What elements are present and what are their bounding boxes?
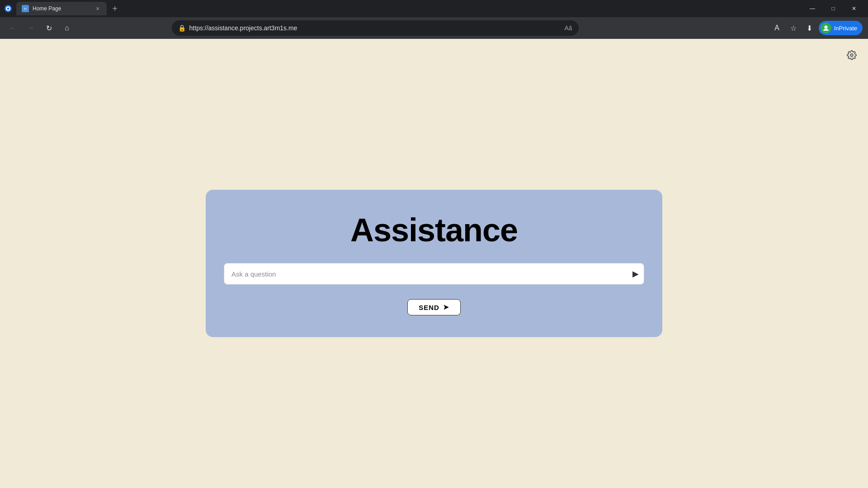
settings-icon-button[interactable] [844,48,859,62]
toolbar-actions: A ☆ ⬇ InPrivate [770,21,863,35]
tab-close-button[interactable]: × [94,5,101,12]
new-tab-button[interactable]: + [108,2,121,15]
send-arrow-icon: ➤ [443,303,449,311]
svg-text:H: H [24,7,27,11]
favorites-button[interactable]: ☆ [786,21,801,35]
forward-button[interactable]: → [24,21,38,35]
send-button[interactable]: SEND ➤ [407,299,461,315]
close-button[interactable]: ✕ [844,2,864,15]
send-button-label: SEND [419,304,439,311]
card-title: Assistance [350,211,518,249]
browser-chrome: H Home Page × + — □ ✕ ← → ↻ ⌂ 🔒 https://… [0,0,868,39]
lock-icon: 🔒 [178,24,186,32]
toolbar: ← → ↻ ⌂ 🔒 https://assistance.projects.ar… [0,17,868,39]
svg-point-2 [7,8,9,10]
svg-point-5 [824,26,827,29]
assistance-card: Assistance ▶ SEND ➤ [206,190,662,337]
window-controls: — □ ✕ [802,2,864,15]
input-send-icon[interactable]: ▶ [632,269,639,279]
question-input[interactable] [224,263,644,285]
profile-avatar [821,23,831,33]
inprivate-button[interactable]: InPrivate [819,21,863,35]
question-input-row: ▶ [224,263,644,285]
minimize-button[interactable]: — [802,2,823,15]
translate-button[interactable]: A [770,21,784,35]
inprivate-label: InPrivate [834,25,857,32]
tab-bar: H Home Page × + — □ ✕ [0,0,868,17]
home-button[interactable]: ⌂ [60,21,74,35]
svg-point-6 [850,54,853,56]
downloads-button[interactable]: ⬇ [802,21,817,35]
tab-title: Home Page [33,5,90,12]
browser-logo-icon [4,4,13,13]
address-text: https://assistance.projects.art3m1s.me [189,24,561,32]
active-tab[interactable]: H Home Page × [16,2,107,15]
back-button[interactable]: ← [5,21,20,35]
refresh-button[interactable]: ↻ [42,21,56,35]
address-bar[interactable]: 🔒 https://assistance.projects.art3m1s.me… [172,20,579,36]
page-content: Assistance ▶ SEND ➤ [0,39,868,488]
tab-favicon: H [22,5,29,12]
permissions-icon[interactable]: Aā [564,24,572,32]
maximize-button[interactable]: □ [823,2,844,15]
